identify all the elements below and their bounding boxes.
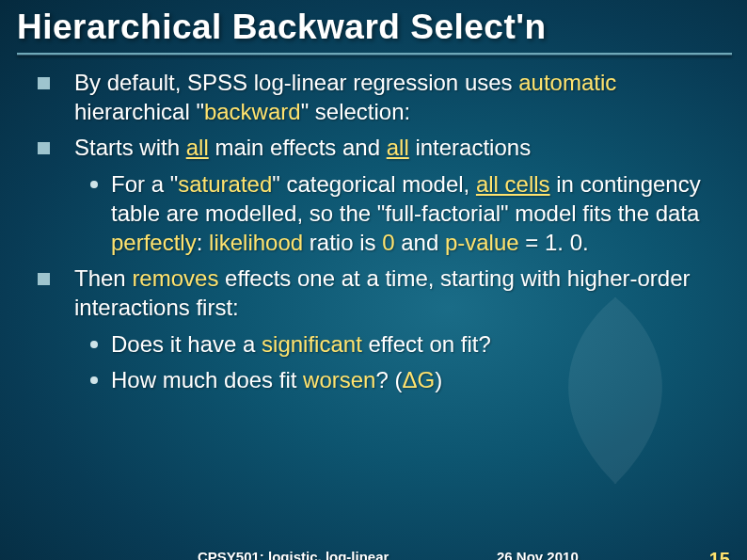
bullet-text: Then removes effects one at a time, star… xyxy=(74,264,719,322)
sub-bullet-item: For a "saturated" categorical model, all… xyxy=(90,170,719,257)
sub-bullet-item: Does it have a significant effect on fit… xyxy=(90,330,719,360)
slide: Hierarchical Backward Select'n By defaul… xyxy=(0,0,747,560)
square-bullet-icon xyxy=(38,273,50,285)
bullet-item: Starts with all main effects and all int… xyxy=(38,134,719,163)
sub-bullet-text: How much does fit worsen? (ΔG) xyxy=(111,366,442,395)
slide-title: Hierarchical Backward Select'n xyxy=(17,8,747,47)
square-bullet-icon xyxy=(38,77,50,89)
dot-bullet-icon xyxy=(90,181,98,188)
sub-bullet-text: For a "saturated" categorical model, all… xyxy=(111,170,719,257)
sub-bullet-item: How much does fit worsen? (ΔG) xyxy=(90,366,719,395)
sub-bullet-text: Does it have a significant effect on fit… xyxy=(111,330,491,360)
bullet-text: By default, SPSS log-linear regression u… xyxy=(74,69,719,126)
square-bullet-icon xyxy=(38,142,50,154)
bullet-item: Then removes effects one at a time, star… xyxy=(38,264,719,322)
footer-page-number: 15 xyxy=(709,549,730,560)
footer-date: 26 Nov 2010 xyxy=(497,549,579,560)
footer-course: CPSY501: logistic, log-linear xyxy=(198,549,389,560)
slide-body: By default, SPSS log-linear regression u… xyxy=(0,56,747,395)
dot-bullet-icon xyxy=(90,341,98,348)
bullet-item: By default, SPSS log-linear regression u… xyxy=(38,69,719,126)
bullet-text: Starts with all main effects and all int… xyxy=(74,134,531,163)
title-area: Hierarchical Backward Select'n xyxy=(0,0,747,56)
dot-bullet-icon xyxy=(90,376,98,384)
